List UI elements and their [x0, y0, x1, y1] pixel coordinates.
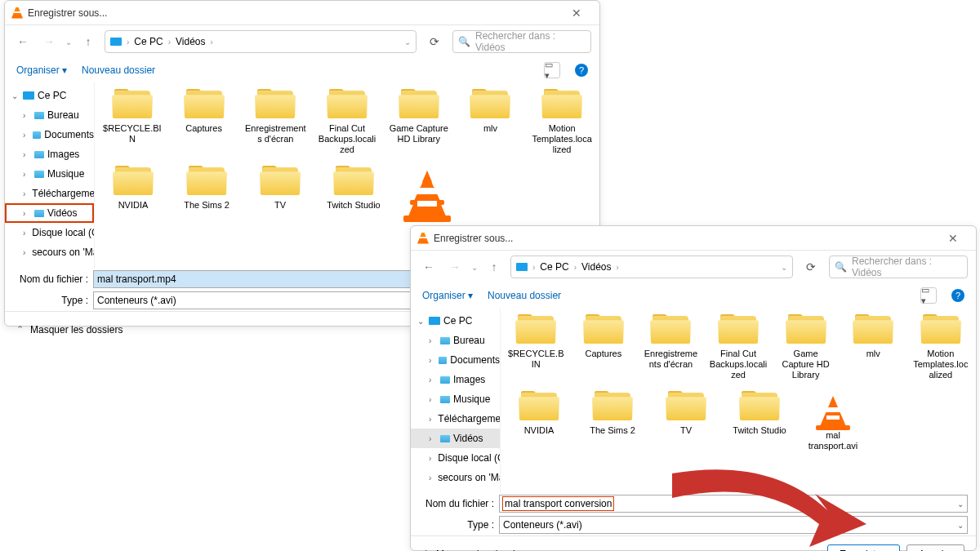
- tree-item-videos[interactable]: ›Vidéos: [411, 429, 500, 448]
- organize-menu[interactable]: Organiser ▾: [422, 290, 473, 301]
- nav-back-icon[interactable]: ←: [13, 32, 33, 51]
- tree-item-telechargements[interactable]: ›Téléchargemen: [411, 409, 500, 429]
- folder-label: NVIDIA: [507, 425, 571, 436]
- folder-label: Captures: [575, 349, 633, 359]
- chevron-down-icon[interactable]: ⌄: [404, 38, 411, 47]
- folder-item[interactable]: The Sims 2: [175, 166, 238, 216]
- tree-item-disque-local[interactable]: ›Disque local (C: [411, 448, 500, 468]
- view-button[interactable]: ▭ ▾: [544, 62, 560, 78]
- breadcrumb-pc[interactable]: Ce PC: [134, 36, 163, 47]
- tree-item-images[interactable]: ›Images: [411, 370, 500, 389]
- tree-item-videos[interactable]: ›Vidéos: [5, 203, 94, 223]
- folder-item[interactable]: Captures: [575, 314, 633, 381]
- folder-item[interactable]: $RECYCLE.BIN: [101, 89, 163, 156]
- folder-label: Final Cut Backups.localized: [710, 349, 768, 381]
- folder-label: TV: [248, 200, 312, 211]
- breadcrumb-pc[interactable]: Ce PC: [540, 261, 568, 273]
- tree-item-bureau[interactable]: ›Bureau: [5, 105, 94, 125]
- folder-item[interactable]: Final Cut Backups.localized: [316, 89, 378, 156]
- new-folder-button[interactable]: Nouveau dossier: [82, 64, 155, 76]
- cancel-button[interactable]: Annuler: [906, 544, 964, 552]
- folder-item[interactable]: Twitch Studio: [728, 391, 791, 451]
- view-button[interactable]: ▭ ▾: [920, 287, 937, 304]
- folder-icon: [440, 396, 450, 403]
- tree-item-images[interactable]: ›Images: [5, 144, 94, 164]
- tree-item-telechargements[interactable]: ›Téléchargemen: [5, 184, 94, 203]
- tree-root-pc[interactable]: ⌄Ce PC: [5, 86, 94, 105]
- address-bar[interactable]: › Ce PC › Vidéos › ⌄: [105, 30, 416, 53]
- help-icon[interactable]: ?: [951, 289, 964, 302]
- history-dropdown-icon[interactable]: ⌄: [471, 263, 478, 272]
- folder-item[interactable]: NVIDIA: [101, 166, 165, 216]
- folder-icon: [584, 314, 623, 345]
- chevron-right-icon: ›: [168, 38, 171, 47]
- tree-item-bureau[interactable]: ›Bureau: [411, 331, 500, 350]
- hide-folders-toggle[interactable]: Masquer les dossiers: [30, 324, 122, 335]
- type-label: Type :: [13, 295, 88, 306]
- chevron-down-icon[interactable]: ⌄: [957, 500, 964, 509]
- folder-item[interactable]: TV: [248, 166, 312, 216]
- search-input[interactable]: 🔍 Rechercher dans : Vidéos: [452, 30, 591, 53]
- history-dropdown-icon[interactable]: ⌄: [65, 38, 72, 47]
- folder-icon: [440, 435, 450, 442]
- tree-item-documents[interactable]: ›Documents: [5, 125, 94, 144]
- organize-menu[interactable]: Organiser ▾: [16, 64, 67, 76]
- breadcrumb-folder[interactable]: Vidéos: [176, 36, 205, 47]
- pc-icon: [516, 263, 528, 271]
- sidebar-tree: ⌄Ce PC ›Bureau ›Documents ›Images ›Musiq…: [411, 308, 501, 493]
- folder-label: Enregistrements d'écran: [642, 349, 700, 370]
- chevron-down-icon[interactable]: ⌄: [957, 521, 964, 530]
- chevron-right-icon: ›: [429, 356, 435, 365]
- folder-label: Final Cut Backups.localized: [316, 123, 378, 156]
- folder-item[interactable]: Game Capture HD Library: [777, 314, 835, 381]
- search-input[interactable]: 🔍 Rechercher dans : Vidéos: [829, 256, 968, 278]
- refresh-icon[interactable]: ⟳: [800, 256, 822, 278]
- nav-up-icon[interactable]: ↑: [78, 32, 98, 51]
- tree-item-musique[interactable]: ›Musique: [5, 164, 94, 184]
- chevron-down-icon[interactable]: ⌃: [16, 324, 24, 335]
- folder-icon: [439, 357, 447, 364]
- tree-root-pc[interactable]: ⌄Ce PC: [411, 311, 500, 331]
- folder-item[interactable]: mlv: [844, 314, 902, 381]
- folder-icon: [334, 166, 373, 197]
- tree-item-documents[interactable]: ›Documents: [411, 350, 500, 370]
- folder-item[interactable]: Enregistrements d'écran: [642, 314, 700, 381]
- chevron-down-icon[interactable]: ⌄: [781, 263, 787, 272]
- nav-forward-icon[interactable]: →: [445, 257, 465, 277]
- tree-item-secours[interactable]: ›secours on 'Ma: [5, 242, 94, 262]
- folder-item[interactable]: Game Capture HD Library: [388, 89, 450, 156]
- vlc-app-icon: [417, 233, 429, 244]
- tree-item-disque-local[interactable]: ›Disque local (C: [5, 223, 94, 242]
- file-label: mal transport.avi: [801, 430, 865, 451]
- folder-item[interactable]: NVIDIA: [507, 391, 571, 451]
- folder-item[interactable]: Motion Templates.localized: [911, 314, 969, 381]
- hide-folders-toggle[interactable]: Masquer les dossiers: [436, 549, 528, 552]
- nav-forward-icon[interactable]: →: [39, 32, 59, 51]
- vlc-file-item[interactable]: mal transport.avi: [801, 391, 865, 451]
- close-button[interactable]: ✕: [560, 2, 593, 24]
- close-button[interactable]: ✕: [937, 227, 969, 250]
- nav-back-icon[interactable]: ←: [419, 257, 439, 277]
- help-icon[interactable]: ?: [575, 64, 588, 77]
- folder-item[interactable]: Motion Templates.localized: [531, 89, 593, 156]
- chevron-right-icon: ›: [429, 415, 431, 424]
- folder-icon: [593, 391, 632, 422]
- folder-item[interactable]: $RECYCLE.BIN: [507, 314, 565, 381]
- folder-item[interactable]: Captures: [173, 89, 235, 156]
- folder-label: $RECYCLE.BIN: [507, 349, 565, 370]
- folder-item[interactable]: Final Cut Backups.localized: [710, 314, 768, 381]
- tree-item-musique[interactable]: ›Musique: [411, 389, 500, 409]
- folder-item[interactable]: mlv: [460, 89, 522, 156]
- folder-item[interactable]: Enregistrements d'écran: [244, 89, 306, 156]
- folder-icon: [921, 314, 960, 345]
- new-folder-button[interactable]: Nouveau dossier: [488, 290, 561, 301]
- tree-item-secours[interactable]: ›secours on 'Ma: [411, 468, 500, 487]
- folder-icon: [187, 166, 226, 197]
- folder-item[interactable]: The Sims 2: [581, 391, 644, 451]
- folder-item[interactable]: TV: [654, 391, 718, 451]
- refresh-icon[interactable]: ⟳: [423, 30, 446, 53]
- folder-item[interactable]: Twitch Studio: [322, 166, 385, 216]
- address-bar[interactable]: › Ce PC › Vidéos › ⌄: [510, 256, 793, 278]
- breadcrumb-folder[interactable]: Vidéos: [581, 261, 611, 273]
- nav-up-icon[interactable]: ↑: [484, 257, 504, 277]
